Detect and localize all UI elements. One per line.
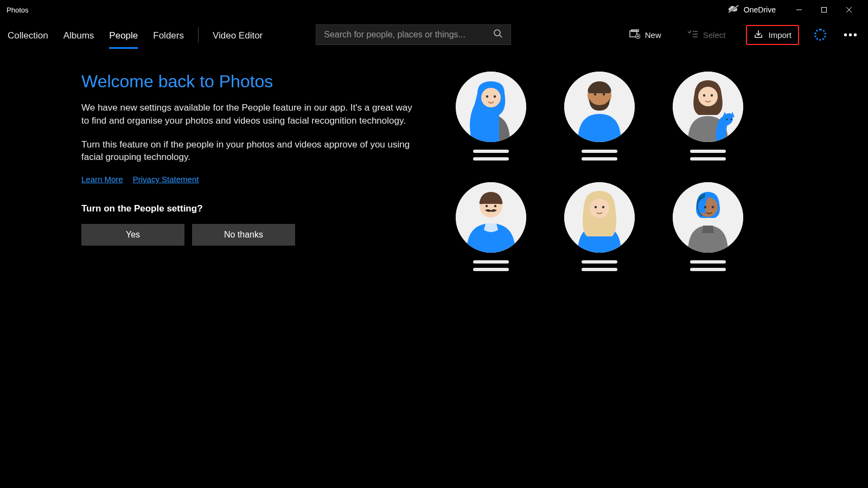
search-input[interactable] xyxy=(324,30,493,40)
svg-point-31 xyxy=(726,118,727,120)
tab-video-editor[interactable]: Video Editor xyxy=(213,22,263,48)
name-placeholder xyxy=(690,260,726,271)
content: Welcome back to Photos We have new setti… xyxy=(0,50,868,271)
tab-folders[interactable]: Folders xyxy=(153,22,184,48)
maximize-button[interactable] xyxy=(812,1,837,18)
avatar-grid xyxy=(450,72,787,271)
tabbar: Collection Albums People Folders Video E… xyxy=(0,20,868,50)
onedrive-status[interactable]: OneDrive xyxy=(727,5,776,15)
yes-button[interactable]: Yes xyxy=(81,224,184,246)
svg-point-24 xyxy=(603,93,605,95)
new-label: New xyxy=(645,30,661,40)
tab-divider xyxy=(198,27,199,42)
svg-point-23 xyxy=(594,93,596,95)
privacy-statement-link[interactable]: Privacy Statement xyxy=(133,175,199,184)
loading-spinner-icon xyxy=(814,29,826,41)
cloud-off-icon xyxy=(727,5,739,15)
name-placeholder xyxy=(690,150,726,160)
avatar-person-moustache xyxy=(456,182,526,253)
welcome-paragraph-1: We have new settings available for the P… xyxy=(81,101,418,127)
new-button[interactable]: New xyxy=(624,26,667,44)
name-placeholder xyxy=(473,150,509,160)
avatar-cell xyxy=(559,182,640,271)
svg-point-35 xyxy=(486,205,488,207)
welcome-paragraph-2: Turn this feature on if the people in yo… xyxy=(81,138,418,164)
avatar-person-beard xyxy=(564,72,635,142)
avatar-cell xyxy=(559,72,640,160)
tab-albums[interactable]: Albums xyxy=(63,22,94,48)
svg-point-44 xyxy=(712,206,714,208)
svg-point-20 xyxy=(494,95,496,98)
svg-point-19 xyxy=(486,95,488,98)
import-label: Import xyxy=(768,30,792,40)
new-icon xyxy=(629,29,640,41)
avatar-person-with-cat xyxy=(673,72,743,142)
app-title: Photos xyxy=(7,6,28,14)
avatar-person-blonde xyxy=(564,182,635,253)
svg-line-7 xyxy=(500,35,502,37)
svg-point-36 xyxy=(494,205,496,207)
name-placeholder xyxy=(582,260,617,271)
avatar-cell xyxy=(450,182,532,271)
welcome-panel: Welcome back to Photos We have new setti… xyxy=(81,72,418,271)
svg-point-43 xyxy=(704,206,706,208)
learn-more-link[interactable]: Learn More xyxy=(81,175,123,184)
minimize-button[interactable] xyxy=(787,1,812,18)
svg-point-38 xyxy=(590,198,609,218)
no-thanks-button[interactable]: No thanks xyxy=(192,224,295,246)
close-button[interactable] xyxy=(837,1,861,18)
svg-point-40 xyxy=(602,206,604,208)
name-placeholder xyxy=(473,260,509,271)
select-label: Select xyxy=(703,30,726,40)
tab-people[interactable]: People xyxy=(109,22,138,48)
more-button[interactable]: ••• xyxy=(841,27,860,43)
avatar-person-hijab xyxy=(456,72,526,142)
svg-rect-3 xyxy=(822,8,827,12)
svg-point-6 xyxy=(494,30,500,36)
avatar-person-shorthair xyxy=(673,182,743,253)
avatar-cell xyxy=(667,182,749,271)
people-prompt: Turn on the People setting? xyxy=(81,203,418,214)
search-box[interactable] xyxy=(316,24,511,45)
more-icon: ••• xyxy=(844,29,858,41)
svg-point-18 xyxy=(481,88,501,107)
import-button[interactable]: Import xyxy=(746,25,799,45)
select-icon xyxy=(687,30,698,40)
titlebar: Photos OneDrive xyxy=(0,0,868,20)
svg-point-39 xyxy=(595,206,597,208)
svg-point-27 xyxy=(703,94,705,97)
welcome-heading: Welcome back to Photos xyxy=(81,72,418,92)
import-icon xyxy=(754,29,763,41)
avatar-cell xyxy=(667,72,749,160)
select-button[interactable]: Select xyxy=(682,27,731,43)
svg-point-32 xyxy=(730,118,732,120)
svg-point-28 xyxy=(711,94,713,97)
tab-collection[interactable]: Collection xyxy=(8,22,48,48)
search-icon[interactable] xyxy=(493,29,503,41)
onedrive-label: OneDrive xyxy=(744,5,776,14)
name-placeholder xyxy=(582,150,617,160)
avatar-cell xyxy=(450,72,532,160)
svg-point-26 xyxy=(698,87,718,106)
